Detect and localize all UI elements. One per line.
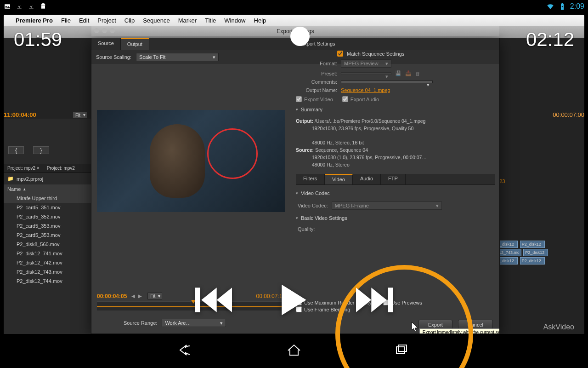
subtab-audio: Audio (353, 174, 381, 184)
current-timecode: 00:00:04:05 (97, 293, 127, 299)
delete-preset-icon: 🗑 (415, 71, 420, 76)
subtab-filters: Filters (296, 174, 325, 184)
save-preset-icon: 💾 (395, 70, 401, 76)
menu-project: Project (97, 17, 116, 24)
home-button[interactable] (286, 342, 302, 360)
project-file: 📁 mpv2.prproj (4, 173, 91, 184)
source-range-label: Source Range: (124, 320, 157, 326)
preview-fit-select: Fit (147, 293, 162, 299)
play-button[interactable] (278, 282, 310, 320)
player-elapsed-time: 01:59 (14, 29, 62, 51)
gallery-icon (4, 3, 11, 10)
project-tab-1: Project: mpv2 × (4, 164, 43, 172)
format-select: MPEG Preview (341, 59, 391, 68)
back-button[interactable] (179, 342, 194, 360)
video-player-area[interactable]: Premiere Pro File Edit Project Clip Sequ… (0, 13, 588, 334)
program-timecode: 00:00:07:00 (553, 111, 584, 118)
source-scaling-select: Scale To Fit (136, 53, 219, 61)
file-item: P2_card5_351.mov (4, 203, 91, 212)
clip: P2_disk12 (520, 257, 545, 264)
wifi-icon (546, 2, 554, 11)
menu-title: Title (205, 17, 216, 24)
cursor-icon (411, 321, 419, 332)
tab-output: Output (121, 38, 149, 50)
svg-rect-5 (561, 3, 563, 4)
import-preset-icon: 📥 (405, 70, 412, 76)
video-codec-header: Video Codec (291, 188, 499, 199)
project-panel: 11:00:04:00 Fit { } Project: mpv2 × Proj… (4, 119, 91, 334)
preview-image (97, 110, 285, 212)
subtab-video: Video (325, 174, 353, 184)
battery-charging-icon (558, 2, 566, 11)
match-sequence-checkbox (337, 51, 343, 57)
file-item: P2_card5_353.mov (4, 230, 91, 240)
preset-select (341, 72, 391, 75)
watermark: AskVideo (543, 323, 574, 331)
export-settings-header: Export Settings (291, 38, 499, 49)
subtab-ftp: FTP (381, 174, 406, 184)
menu-marker: Marker (178, 17, 197, 24)
export-audio-checkbox (342, 96, 348, 102)
svg-rect-2 (29, 9, 33, 9)
file-item: Mirafe Upper third (4, 194, 91, 203)
mark-in-button: { (8, 146, 24, 154)
player-total-time: 02:12 (526, 29, 574, 51)
file-item: P2_card5_352.mov (4, 212, 91, 221)
download-icon-2 (28, 3, 35, 10)
file-item: P2_disk12_744.mov (4, 276, 91, 286)
highlight-circle-icon (207, 128, 258, 179)
summary-text: Output: /Users/...be/Premiere Pro/6.0/Se… (296, 116, 495, 170)
android-status-bar: 2:09 (0, 0, 588, 13)
file-item: P2_disk8_560.mov (4, 240, 91, 249)
next-button[interactable] (356, 284, 393, 318)
basic-video-settings-header: Basic Video Settings (291, 213, 499, 224)
svg-rect-6 (195, 288, 200, 312)
source-timecode: 11:00:04:00 (4, 111, 36, 118)
svg-rect-7 (388, 288, 393, 312)
project-tab-2: Project: mpv2 (43, 164, 79, 172)
source-scaling-label: Source Scaling: (96, 54, 131, 60)
previous-button[interactable] (195, 284, 232, 318)
android-icon (40, 3, 47, 10)
tab-source: Source (91, 38, 121, 50)
mac-menu-bar: Premiere Pro File Edit Project Clip Sequ… (4, 15, 584, 26)
file-item: P2_disk12_743.mov (4, 267, 91, 276)
menu-file: File (61, 17, 71, 24)
menu-window: Window (224, 17, 245, 24)
file-item: P2_disk12_742.mov (4, 258, 91, 267)
app-name: Premiere Pro (16, 17, 53, 24)
zoom-fit-select: Fit (73, 112, 87, 119)
menu-sequence: Sequence (143, 17, 170, 24)
scrubber-handle[interactable] (290, 27, 310, 46)
video-codec-select: MPEG I-Frame (332, 201, 442, 210)
svg-rect-0 (5, 4, 10, 8)
status-clock: 2:09 (570, 2, 584, 11)
menu-edit: Edit (79, 17, 89, 24)
timeline-panel: 00:00:07:00 1/2 4:23 P2_disk12 P2_disk12… (492, 119, 584, 334)
svg-rect-3 (41, 6, 45, 9)
menu-help: Help (254, 17, 266, 24)
mark-out-button: } (33, 146, 49, 154)
summary-header: Summary (291, 104, 499, 115)
download-icon (16, 3, 23, 10)
file-item: P2_card5_353.mov (4, 221, 91, 230)
name-column-header: Name ▲ (4, 184, 91, 194)
menu-clip: Clip (124, 17, 135, 24)
android-nav-bar (0, 334, 588, 368)
player-controls (195, 282, 393, 320)
svg-rect-1 (17, 9, 21, 9)
clip: P2_disk12 (520, 241, 545, 248)
output-name-link: Sequence 04_1.mpeg (341, 87, 390, 93)
file-item: P2_disk12_741.mov (4, 249, 91, 258)
clip: P2_disk12 (523, 249, 548, 256)
comments-input (341, 80, 433, 83)
export-video-checkbox (296, 96, 302, 102)
